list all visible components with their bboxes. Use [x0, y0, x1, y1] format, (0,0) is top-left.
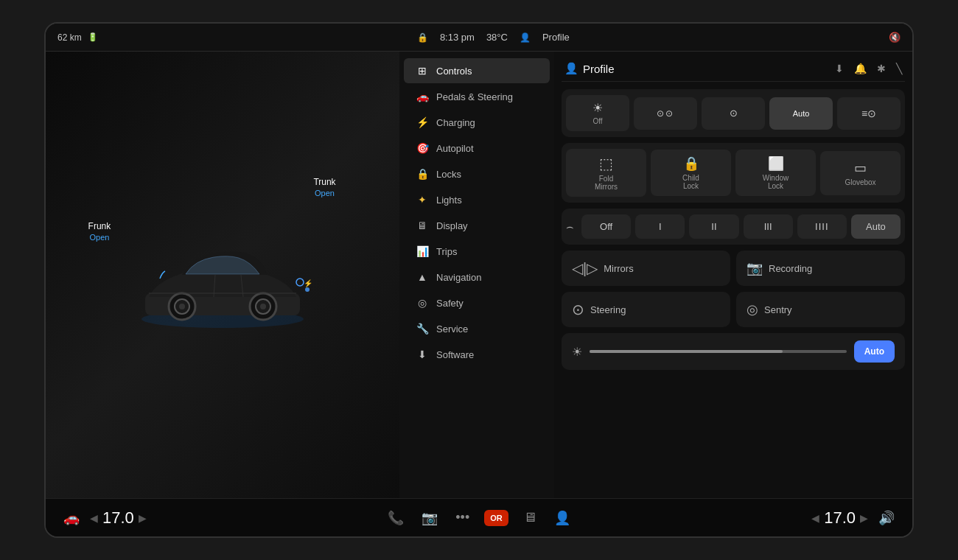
nav-item-charging[interactable]: ⚡ Charging [404, 110, 550, 135]
profile-header-label: Profile [583, 63, 615, 75]
time-display: 8:13 pm [440, 32, 475, 43]
status-bar: 62 km 🔋 🔒 8:13 pm 38°C 👤 Profile 🔇 [46, 24, 912, 52]
software-icon: ⬇ [416, 349, 429, 360]
taskbar-volume-icon[interactable]: 🔊 [875, 507, 898, 529]
lights-icon: ✦ [416, 194, 429, 206]
headlight-row: ☀ Off ⊙⊙ ⊙ Auto ≡⊙ [562, 89, 905, 137]
steering-tile[interactable]: ⊙ Steering [562, 292, 730, 327]
bell-icon[interactable]: 🔔 [854, 63, 867, 74]
headlight-auto-btn[interactable]: Auto [769, 97, 833, 130]
headlight-highbeam-btn[interactable]: ≡⊙ [837, 97, 901, 130]
profile-icon: 👤 [520, 32, 531, 43]
taskbar-car-icon[interactable]: 🚗 [60, 507, 83, 529]
nav-item-display[interactable]: 🖥 Display [404, 213, 550, 238]
brightness-icon: ☀ [572, 345, 582, 359]
brightness-auto-btn[interactable]: Auto [854, 340, 895, 363]
svg-point-7 [260, 304, 266, 309]
slash-icon[interactable]: ╲ [896, 63, 902, 74]
nav-item-service[interactable]: 🔧 Service [404, 316, 550, 341]
headlight-auto-label: Auto [793, 109, 810, 118]
autopilot-label: Autopilot [436, 143, 474, 154]
bluetooth-icon[interactable]: ✱ [877, 63, 886, 74]
profile-header: 👤 Profile ⬇ 🔔 ✱ ╲ [562, 59, 905, 82]
car-graphic: ⚡ [119, 212, 326, 337]
navigation-icon: ▲ [416, 271, 429, 283]
brightness-fill [590, 350, 783, 353]
wiper-auto-btn[interactable]: Auto [851, 214, 901, 239]
controls-label: Controls [436, 66, 472, 77]
mute-icon: 🔇 [889, 32, 901, 43]
fold-mirrors-btn[interactable]: ⬚ FoldMirrors [566, 149, 646, 197]
fold-mirrors-icon: ⬚ [599, 155, 613, 172]
wiper-3-btn[interactable]: III [744, 214, 793, 239]
headlight-off-btn[interactable]: ☀ Off [566, 95, 629, 131]
recording-tile[interactable]: 📷 Recording [736, 251, 905, 286]
action-row-1: ◁|▷ Mirrors 📷 Recording [562, 251, 905, 286]
recording-tile-label: Recording [769, 263, 812, 274]
brightness-slider[interactable] [590, 350, 847, 353]
mirrors-tile[interactable]: ◁|▷ Mirrors [562, 251, 730, 286]
locks-label: Locks [436, 169, 461, 180]
headlight-parking-btn[interactable]: ⊙ [702, 97, 765, 130]
glovebox-btn[interactable]: ▭ Glovebox [820, 151, 901, 195]
mirrors-tile-icon: ◁|▷ [572, 259, 598, 277]
headlight-drl-btn[interactable]: ⊙⊙ [634, 97, 697, 130]
sentry-tile-label: Sentry [764, 304, 792, 315]
nav-item-pedals[interactable]: 🚗 Pedals & Steering [404, 84, 550, 109]
window-lock-btn[interactable]: ⬜ WindowLock [735, 150, 816, 196]
profile-title: 👤 Profile [564, 62, 615, 75]
taskbar-red-btn[interactable]: OR [484, 510, 508, 526]
wiper-4-label: IIII [815, 221, 828, 232]
trunk-status: Open [313, 189, 335, 197]
nav-item-controls[interactable]: ⊞ Controls [404, 58, 550, 83]
svg-text:⚡: ⚡ [304, 279, 313, 288]
status-bar-center: 🔒 8:13 pm 38°C 👤 Profile [98, 32, 889, 43]
tesla-screen: 62 km 🔋 🔒 8:13 pm 38°C 👤 Profile 🔇 Frunk… [44, 22, 914, 538]
service-label: Service [436, 323, 468, 335]
recording-tile-icon: 📷 [747, 260, 763, 276]
nav-item-locks[interactable]: 🔒 Locks [404, 161, 550, 186]
service-icon: 🔧 [416, 323, 429, 335]
nav-item-trips[interactable]: 📊 Trips [404, 239, 550, 264]
frunk-status: Open [88, 233, 111, 242]
distance-display: 62 km [57, 32, 82, 43]
wiper-1-btn[interactable]: I [635, 214, 685, 239]
nav-item-navigation[interactable]: ▲ Navigation [404, 265, 550, 290]
navigation-label: Navigation [436, 272, 481, 283]
download-icon[interactable]: ⬇ [835, 63, 844, 74]
side-panel: ⊞ Controls 🚗 Pedals & Steering ⚡ Chargin… [399, 52, 912, 498]
trips-label: Trips [436, 246, 457, 257]
window-lock-icon: ⬜ [768, 155, 784, 172]
taskbar-speed-right: ◀ 17.0 ▶ [811, 508, 868, 528]
software-label: Software [436, 349, 474, 360]
wiper-off-btn[interactable]: Off [581, 214, 631, 239]
nav-item-safety[interactable]: ◎ Safety [404, 290, 550, 315]
wiper-auto-label: Auto [866, 221, 886, 232]
wiper-4-btn[interactable]: IIII [797, 214, 847, 239]
trips-icon: 📊 [416, 245, 429, 257]
display-label: Display [436, 220, 468, 231]
action-row-2: ⊙ Steering ◎ Sentry [562, 292, 905, 327]
taskbar-phone-icon[interactable]: 📞 [385, 507, 407, 529]
nav-item-autopilot[interactable]: 🎯 Autopilot [404, 136, 550, 161]
brightness-row: ☀ Auto [562, 333, 905, 370]
nav-item-lights[interactable]: ✦ Lights [404, 187, 550, 212]
child-lock-icon: 🔒 [683, 155, 699, 172]
taskbar: 🚗 ◀ 17.0 ▶ 📞 📷 ••• OR 🖥 👤 ◀ 17.0 ▶ 🔊 [46, 498, 912, 536]
sentry-tile[interactable]: ◎ Sentry [736, 292, 905, 327]
taskbar-more-icon[interactable]: ••• [452, 507, 472, 528]
taskbar-center: 📞 📷 ••• OR 🖥 👤 [385, 507, 573, 529]
taskbar-person-icon[interactable]: 👤 [551, 507, 573, 529]
headlight-off-icon: ☀ [592, 101, 603, 115]
lock-icon: 🔒 [417, 32, 428, 43]
taskbar-camera-icon[interactable]: 📷 [419, 507, 441, 529]
child-lock-btn[interactable]: 🔒 ChildLock [651, 150, 731, 196]
fold-mirrors-label: FoldMirrors [595, 175, 618, 191]
display-icon: 🖥 [416, 220, 429, 231]
mirrors-tile-label: Mirrors [604, 263, 633, 274]
taskbar-screen-icon[interactable]: 🖥 [520, 507, 539, 528]
wiper-2-btn[interactable]: II [689, 214, 738, 239]
speed-left-value: 17.0 [102, 508, 134, 528]
nav-item-software[interactable]: ⬇ Software [404, 342, 550, 367]
frunk-title: Frunk [88, 221, 111, 231]
